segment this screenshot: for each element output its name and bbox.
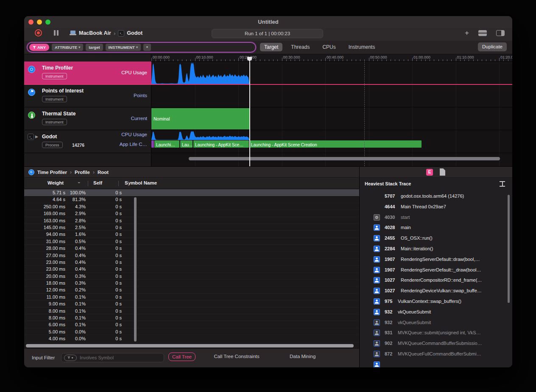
timeline-dashed-marker xyxy=(364,62,365,166)
timeline-horizontal-scrollbar[interactable] xyxy=(189,157,500,160)
stack-frame-row[interactable]: 932vkQueueSubmit xyxy=(360,307,512,318)
symbol-filter-input[interactable] xyxy=(79,355,151,361)
track-row-time-profiler[interactable]: Time Profiler Instrument CPU Usage xyxy=(24,62,512,84)
stack-vertical-scrollbar[interactable] xyxy=(508,195,510,303)
disclosure-triangle-icon[interactable]: ▶ xyxy=(35,134,38,139)
tab-instruments[interactable]: Instruments xyxy=(344,43,380,51)
time-ruler[interactable]: 00:00.00000:10.00000:20.00000:30.00000:4… xyxy=(151,54,512,62)
playhead-line[interactable] xyxy=(249,62,250,166)
target-selector[interactable]: MacBook Air › ›_ Godot xyxy=(70,29,142,37)
godot-app-icon: ›_ xyxy=(28,134,34,140)
description-tab-icon[interactable] xyxy=(440,168,445,176)
table-row[interactable]: 11.00 ms0.1%0 s›Thread::callback 0x29ce3 xyxy=(24,294,359,300)
duplicate-button[interactable]: Duplicate xyxy=(478,42,507,51)
pause-button[interactable] xyxy=(54,30,59,36)
stack-frame-row[interactable]: 1027RenderingDeviceVulkan::swap_buffe… xyxy=(360,286,512,297)
table-row[interactable]: 9.00 ms0.1%0 s›Thread::callback 0x29cd5 xyxy=(24,300,359,307)
column-symbol-name[interactable]: Symbol Name xyxy=(125,180,157,185)
table-row[interactable]: 18.00 ms0.3%0 s›Thread::callback 0x29cde xyxy=(24,280,359,286)
table-vertical-scrollbar[interactable] xyxy=(134,197,137,342)
breadcrumb[interactable]: Time Profiler › Profile › Root xyxy=(24,167,359,178)
tab-cpus[interactable]: CPUs xyxy=(318,43,340,51)
user-code-icon xyxy=(374,256,380,263)
table-header: Weight › Self Symbol Name xyxy=(24,178,359,189)
godot-cpu-usage-graph[interactable] xyxy=(151,131,249,140)
filter-token[interactable]: INSTRUMENT▾ xyxy=(106,44,141,51)
table-row[interactable]: 169.00 ms2.9%0 s›_dispatch_worker_thread… xyxy=(24,210,359,217)
table-row[interactable]: 4.00 ms0.0%0 s›Thread::callback 0x29cdb xyxy=(24,335,359,342)
table-row[interactable]: 8.00 ms0.1%0 s›Thread::callback 0x29ce2 xyxy=(24,308,359,314)
table-row[interactable]: 6.00 ms0.1%0 s›Thread::callback 0x29cd6 xyxy=(24,321,359,328)
table-row[interactable]: 163.00 ms2.8%0 s›HALB_IOThread::Entry 0x… xyxy=(24,217,359,224)
table-row[interactable]: 145.00 ms2.5%0 s›start_wqthread 0x29ce6 xyxy=(24,224,359,231)
chevron-right-icon: › xyxy=(93,169,95,175)
symbol-filter-field[interactable]: ▾ xyxy=(61,353,164,362)
track-label-thermal-state[interactable]: Thermal State Instrument Current xyxy=(24,107,151,130)
stack-frame-row[interactable]: 975VulkanContext::swap_buffers() xyxy=(360,297,512,307)
filter-token[interactable]: ATTRIBUTE▾ xyxy=(52,44,83,51)
table-row[interactable]: 23.00 ms0.4%0 s›Thread::callback 0x29ce0 xyxy=(24,266,359,272)
stack-frame-row[interactable]: 932vkQueueSubmit xyxy=(360,318,512,328)
call-tree-constraints-button[interactable]: Call Tree Constraints xyxy=(210,353,262,360)
table-row[interactable]: 27.00 ms0.4%0 s›_NSEventThread 0x29ce5 xyxy=(24,252,359,259)
stack-frame-row[interactable]: 4028main xyxy=(360,223,512,233)
table-row[interactable]: 20.00 ms0.3%0 s›Thread::callback 0x29cdf xyxy=(24,273,359,280)
call-tree-button[interactable]: Call Tree xyxy=(168,353,195,361)
column-weight[interactable]: Weight xyxy=(47,180,64,185)
table-row[interactable]: 94.00 ms1.6%0 s›_dispatch_worker_thread2… xyxy=(24,231,359,238)
stack-frame-row[interactable]: 1907RenderingServerDefault::_draw(bool… xyxy=(360,265,512,276)
stack-frame-row[interactable] xyxy=(360,360,512,367)
life-cycle-bar[interactable]: Lau… xyxy=(180,140,193,148)
inspector-toggle-icon[interactable] xyxy=(496,30,505,36)
ruler-label: 00:50.000 xyxy=(370,55,387,59)
filter-token[interactable]: target xyxy=(86,44,103,51)
track-label-time-profiler[interactable]: Time Profiler Instrument CPU Usage xyxy=(24,62,151,84)
add-instrument-icon[interactable]: + xyxy=(465,30,469,36)
track-view-icon[interactable] xyxy=(478,30,487,36)
stack-frame-row[interactable]: 4644Main Thread 0x29ae7 xyxy=(360,202,512,213)
sort-chevron-icon: › xyxy=(77,182,81,183)
stack-frame-row[interactable]: 1027RendererCompositorRD::end_frame(… xyxy=(360,275,512,286)
data-mining-button[interactable]: Data Mining xyxy=(286,353,319,360)
stack-frame-row[interactable]: 5707godot.osx.tools.arm64 (14276) xyxy=(360,191,512,202)
column-self[interactable]: Self xyxy=(93,180,102,185)
filter-token[interactable]: * xyxy=(143,44,151,51)
stack-frame-row[interactable]: ⚙4030start xyxy=(360,213,512,223)
filter-funnel-icon[interactable]: ▾ xyxy=(64,355,77,361)
track-label-godot[interactable]: ›_ ▶ Godot Process 14276 CPU Usage App L… xyxy=(24,130,151,153)
table-row[interactable]: 31.00 ms0.5%0 s›Thread::callback 0x29cdd xyxy=(24,238,359,245)
table-row[interactable]: 250.00 ms4.3%0 s›_dispatch_workloop_work… xyxy=(24,203,359,210)
extended-detail-tab[interactable]: E xyxy=(426,169,433,176)
any-filter-pill[interactable]: ANY xyxy=(29,44,49,51)
table-row[interactable]: 28.00 ms0.4%0 s›Thread::callback 0x29cdc xyxy=(24,245,359,252)
table-row[interactable]: 5.71 s100.0%0 s›godot.osx.tools.arm64 (1… xyxy=(24,189,359,196)
life-cycle-bar[interactable]: Launching - AppKit Scene Creation xyxy=(249,140,422,148)
life-cycle-bar[interactable] xyxy=(151,140,154,148)
stack-frame-row[interactable]: 1907RenderingServerDefault::draw(bool,… xyxy=(360,255,512,265)
stack-frame-row[interactable]: 931MVKQueue::submit(unsigned int, VkS… xyxy=(360,328,512,339)
table-row[interactable]: 12.00 ms0.2%0 s›Thread::callback 0x29cd4 xyxy=(24,286,359,293)
table-row[interactable]: 23.00 ms0.4%0 s›Thread::callback 0x29ce1 xyxy=(24,259,359,266)
stack-frame-row[interactable]: 872MVKQueueFullCommandBufferSubmi… xyxy=(360,349,512,360)
record-button[interactable] xyxy=(35,29,42,36)
stack-frame-row[interactable]: 2455OS_OSX::run() xyxy=(360,233,512,244)
user-code-icon xyxy=(374,235,380,241)
stack-frame-row[interactable]: 902MVKQueueCommandBufferSubmissio… xyxy=(360,339,512,349)
track-row-points-of-interest[interactable]: ⚑ Points of Interest Instrument Points xyxy=(24,84,512,107)
tab-target[interactable]: Target xyxy=(260,43,282,51)
stack-frame-row[interactable]: 2284Main::iteration() xyxy=(360,244,512,255)
table-row[interactable]: 4.64 s81.3%0 s›Main Thread 0x29ae7→ xyxy=(24,196,359,203)
tab-threads[interactable]: Threads xyxy=(287,43,314,51)
collapse-stack-icon[interactable] xyxy=(500,181,505,187)
track-label-points-of-interest[interactable]: ⚑ Points of Interest Instrument Points xyxy=(24,84,151,107)
table-horizontal-scrollbar[interactable] xyxy=(26,344,354,347)
table-row[interactable]: 8.00 ms0.1%0 s›Thread::callback 0x29cda xyxy=(24,314,359,321)
thermal-state-bar[interactable]: Nominal xyxy=(151,108,249,129)
cpu-usage-graph[interactable] xyxy=(151,62,249,84)
table-row[interactable]: 5.00 ms0.0%0 s›Thread::callback 0x29cd7 xyxy=(24,328,359,335)
life-cycle-bar[interactable]: Launchi… xyxy=(154,140,179,148)
life-cycle-bar[interactable]: Launching - AppKit Sce… xyxy=(193,140,249,148)
track-row-thermal-state[interactable]: Thermal State Instrument Current xyxy=(24,107,512,130)
app-life-cycle-lane[interactable]: Launchi…Lau…Launching - AppKit Sce…Launc… xyxy=(151,140,512,148)
track-filter-field[interactable]: ANY ATTRIBUTE▾targetINSTRUMENT▾* xyxy=(27,42,256,53)
